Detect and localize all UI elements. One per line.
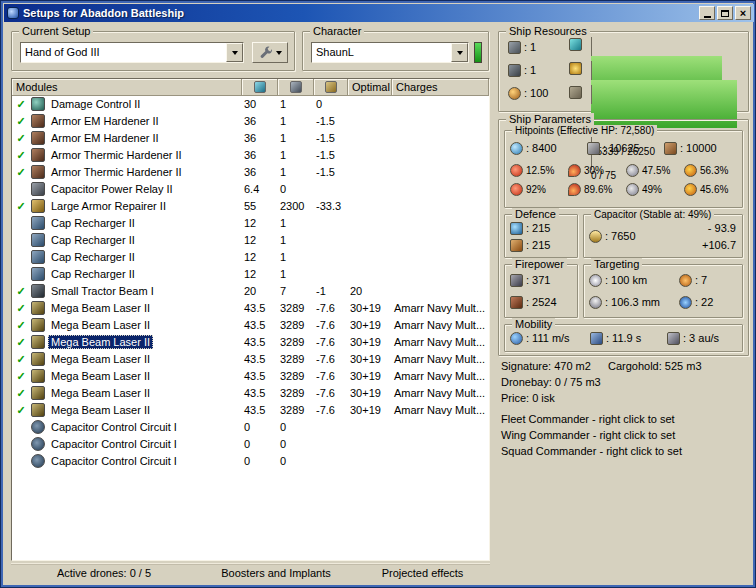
header-optimal[interactable]: Optimal (348, 79, 392, 96)
panel-projected-effects[interactable]: Projected effects (355, 565, 490, 581)
module-cap (314, 419, 348, 436)
module-cap: -7.6 (314, 334, 348, 351)
module-row[interactable]: ✓Armor Thermic Hardener II361-1.5 (12, 147, 489, 164)
active-check-icon: ✓ (12, 334, 30, 351)
maximize-button[interactable] (717, 6, 733, 20)
module-row[interactable]: Capacitor Power Relay II6.40 (12, 181, 489, 198)
cap-relay-icon (31, 182, 45, 196)
capacitor-capacity-value: : 7650 (605, 230, 636, 242)
setup-combobox[interactable]: Hand of God III (20, 42, 244, 63)
module-cpu: 43.5 (242, 334, 278, 351)
module-cpu: 43.5 (242, 351, 278, 368)
header-charges[interactable]: Charges (392, 79, 489, 96)
modules-list[interactable]: Modules Optimal Charges ✓Damage Control … (11, 78, 490, 561)
fleet-commander-slot[interactable]: Fleet Commander - right click to set (501, 413, 675, 425)
tools-dropdown-icon (276, 51, 282, 55)
module-cap: -1.5 (314, 113, 348, 130)
module-name: Small Tractor Beam I (48, 284, 157, 298)
check-empty (12, 436, 30, 453)
character-combobox-arrow[interactable] (451, 43, 468, 62)
beam-laser-icon (31, 386, 45, 400)
setup-combobox-arrow[interactable] (226, 43, 243, 62)
module-cpu: 36 (242, 113, 278, 130)
panel-active-drones[interactable]: Active drones: 0 / 5 (11, 565, 197, 581)
module-row[interactable]: ✓Damage Control II3010 (12, 96, 489, 113)
armor-thermal-resist: 89.6% (584, 184, 612, 195)
minimize-button[interactable] (699, 6, 715, 20)
module-row[interactable]: ✓Large Armor Repairer II552300-33.3 (12, 198, 489, 215)
powergrid-column-icon[interactable] (278, 79, 314, 96)
module-row[interactable]: Cap Recharger II121 (12, 232, 489, 249)
squad-commander-slot[interactable]: Squad Commander - right click to set (501, 445, 682, 457)
scan-resolution-icon (589, 296, 602, 309)
check-empty (12, 249, 30, 266)
max-targets-value: : 7 (695, 274, 707, 286)
module-powergrid: 0 (278, 419, 314, 436)
ship-resources-label: Ship Resources (506, 25, 590, 37)
active-check-icon: ✓ (12, 164, 30, 181)
module-cap (314, 266, 348, 283)
module-row[interactable]: Cap Recharger II121 (12, 249, 489, 266)
module-optimal (348, 419, 392, 436)
cpu-column-icon[interactable] (242, 79, 278, 96)
max-velocity-icon (510, 332, 523, 345)
setup-tools-button[interactable] (252, 42, 288, 63)
beam-laser-icon (31, 352, 45, 366)
module-name: Cap Recharger II (48, 250, 138, 264)
rig-icon (31, 437, 45, 451)
module-row[interactable]: Cap Recharger II121 (12, 266, 489, 283)
structure-hp-value: : 10000 (680, 142, 717, 154)
armor-em-resist: 92% (526, 184, 546, 195)
calibration-icon (508, 87, 521, 100)
module-row[interactable]: ✓Mega Beam Laser II43.53289-7.630+19Amar… (12, 402, 489, 419)
minimize-icon (704, 16, 711, 18)
header-modules[interactable]: Modules (12, 79, 242, 96)
module-cpu: 43.5 (242, 402, 278, 419)
module-row[interactable]: Capacitor Control Circuit I00 (12, 436, 489, 453)
module-row[interactable]: ✓Armor EM Hardener II361-1.5 (12, 130, 489, 147)
module-row[interactable]: ✓Mega Beam Laser II43.53289-7.630+19Amar… (12, 317, 489, 334)
scan-resolution-value: : 106.3 mm (605, 296, 660, 308)
module-row[interactable]: ✓Mega Beam Laser II43.53289-7.630+19Amar… (12, 300, 489, 317)
dps-value: : 371 (526, 274, 550, 286)
volley-icon (510, 296, 523, 309)
capacitor-column-icon[interactable] (314, 79, 348, 96)
module-powergrid: 1 (278, 147, 314, 164)
module-charges (392, 249, 489, 266)
module-cap: -7.6 (314, 368, 348, 385)
module-row[interactable]: ✓Mega Beam Laser II43.53289-7.630+19Amar… (12, 385, 489, 402)
module-cpu: 0 (242, 419, 278, 436)
close-button[interactable]: × (735, 6, 751, 20)
module-row[interactable]: ✓Mega Beam Laser II43.53289-7.630+19Amar… (12, 334, 489, 351)
module-cpu: 12 (242, 215, 278, 232)
defence-group: Defence : 215 : 215 (504, 214, 578, 258)
shield-thermal-resist: 30% (584, 165, 604, 176)
ship-parameters-label: Ship Parameters (506, 113, 594, 125)
character-combobox[interactable]: ShaunL (311, 42, 469, 63)
module-row[interactable]: ✓Small Tractor Beam I207-120 (12, 283, 489, 300)
module-row[interactable]: ✓Mega Beam Laser II43.53289-7.630+19Amar… (12, 351, 489, 368)
modules-list-header: Modules Optimal Charges (12, 79, 489, 96)
module-optimal: 30+19 (348, 351, 392, 368)
module-optimal (348, 198, 392, 215)
module-cpu: 36 (242, 130, 278, 147)
module-row[interactable]: Capacitor Control Circuit I00 (12, 419, 489, 436)
module-row[interactable]: ✓Mega Beam Laser II43.53289-7.630+19Amar… (12, 368, 489, 385)
dronebay-icon (569, 86, 582, 99)
align-time-icon (590, 332, 603, 345)
module-charges (392, 130, 489, 147)
module-charges: Amarr Navy Mult... (392, 334, 489, 351)
chevron-down-icon (232, 51, 238, 55)
module-row[interactable]: ✓Armor EM Hardener II361-1.5 (12, 113, 489, 130)
wing-commander-slot[interactable]: Wing Commander - right click to set (501, 429, 675, 441)
panel-boosters-implants[interactable]: Boosters and Implants (197, 565, 355, 581)
hardener-icon (31, 131, 45, 145)
module-row[interactable]: Cap Recharger II121 (12, 215, 489, 232)
module-row[interactable]: Capacitor Control Circuit I00 (12, 453, 489, 470)
cpu-icon (569, 38, 582, 51)
module-cap: -1 (314, 283, 348, 300)
module-cap: -7.6 (314, 385, 348, 402)
module-row[interactable]: ✓Armor Thermic Hardener II361-1.5 (12, 164, 489, 181)
title-bar[interactable]: Setups for Abaddon Battleship × (4, 4, 754, 22)
armor-repair-icon (510, 239, 523, 252)
